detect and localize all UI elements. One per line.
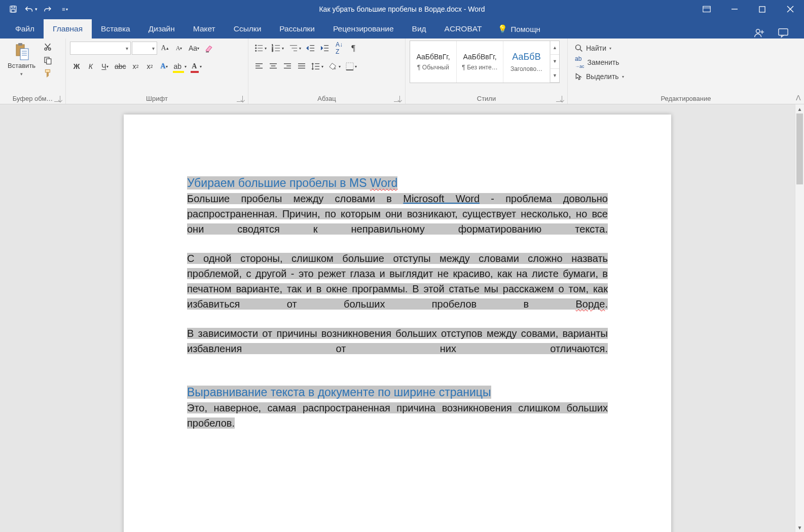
group-paragraph: ▾ 123▾ ▾ A↓Z ¶ ▾ ▾ ▾ Абзац: [248, 39, 406, 104]
svg-point-9: [756, 29, 760, 33]
italic-button[interactable]: К: [84, 60, 97, 73]
decrease-indent-button[interactable]: [304, 42, 317, 55]
tab-mailings[interactable]: Рассылки: [270, 19, 324, 39]
vertical-scrollbar[interactable]: ▲ ▼: [795, 104, 804, 532]
numbering-button[interactable]: 123▾: [270, 42, 286, 55]
change-case-button[interactable]: Aa ▾: [187, 42, 201, 55]
replace-button[interactable]: ab→acЗаменить: [572, 56, 627, 69]
tab-layout[interactable]: Макет: [184, 19, 225, 39]
maximize-button[interactable]: [748, 0, 776, 18]
superscript-button[interactable]: x2: [143, 60, 157, 73]
style-nospacing[interactable]: АаБбВвГг, ¶ Без инте…: [457, 41, 503, 83]
cut-button[interactable]: [41, 41, 54, 54]
window-controls: [692, 0, 804, 18]
quick-access-toolbar: ▾ ≡▾: [0, 2, 73, 17]
ribbon-display-button[interactable]: [692, 0, 720, 18]
styles-dialog-launcher[interactable]: [556, 96, 562, 102]
doc-heading2[interactable]: Выравнивание текста в документе по ширин…: [187, 385, 608, 400]
align-center-button[interactable]: [267, 60, 280, 73]
comments-icon[interactable]: [778, 28, 789, 38]
styles-down[interactable]: ▼: [550, 55, 559, 68]
style-heading1[interactable]: АаБбВ Заголово…: [503, 41, 550, 83]
page: Убираем большие пробелы в MS Word Больши…: [124, 115, 671, 532]
align-right-button[interactable]: [281, 60, 294, 73]
tab-design[interactable]: Дизайн: [139, 19, 184, 39]
doc-para1[interactable]: Большие пробелы между словами в Microsof…: [187, 191, 608, 237]
qat-customize[interactable]: ≡▾: [57, 2, 73, 17]
borders-button[interactable]: ▾: [344, 60, 359, 73]
tab-view[interactable]: Вид: [403, 19, 435, 39]
select-button[interactable]: Выделить ▾: [572, 70, 627, 83]
clipboard-dialog-launcher[interactable]: [54, 96, 60, 102]
group-styles: АаБбВвГг, ¶ Обычный АаБбВвГг, ¶ Без инте…: [406, 39, 568, 104]
shading-button[interactable]: ▾: [326, 60, 343, 73]
doc-para4[interactable]: Это, наверное, самая распространенная пр…: [187, 400, 608, 431]
underline-button[interactable]: Ч ▾: [98, 60, 112, 73]
minimize-button[interactable]: [720, 0, 748, 18]
bold-button[interactable]: Ж: [70, 60, 83, 73]
scroll-thumb[interactable]: [796, 113, 803, 184]
tab-file[interactable]: Файл: [6, 19, 44, 39]
tab-home[interactable]: Главная: [44, 19, 92, 39]
document-area[interactable]: Убираем большие пробелы в MS Word Больши…: [0, 104, 795, 532]
scroll-up[interactable]: ▲: [795, 104, 804, 113]
sort-button[interactable]: A↓Z: [333, 42, 346, 55]
align-left-button[interactable]: [252, 60, 266, 73]
subscript-button[interactable]: x2: [129, 60, 142, 73]
svg-rect-25: [46, 70, 50, 72]
styles-more[interactable]: ▼: [550, 69, 559, 83]
paste-button[interactable]: Вставить▾: [4, 41, 39, 80]
grow-font-button[interactable]: A▴: [158, 42, 171, 55]
font-size-combo[interactable]: ▾: [132, 42, 157, 55]
svg-rect-15: [20, 49, 28, 60]
strike-button[interactable]: abc: [113, 60, 128, 73]
doc-para2[interactable]: С одной стороны, слишком большие отступы…: [187, 251, 608, 312]
doc-para3[interactable]: В зависимости от причины возникновения б…: [187, 326, 608, 356]
find-button[interactable]: Найти ▾: [572, 42, 627, 55]
text-effects-button[interactable]: A ▾: [158, 60, 171, 73]
pilcrow-button[interactable]: ¶: [347, 42, 360, 55]
svg-rect-2: [11, 10, 15, 12]
svg-rect-1: [12, 6, 15, 8]
share-icon[interactable]: [753, 27, 764, 39]
svg-point-27: [255, 45, 257, 46]
font-dialog-launcher[interactable]: [237, 96, 243, 102]
tell-me[interactable]: 💡Помощн: [491, 19, 547, 39]
doc-heading1[interactable]: Убираем большие пробелы в MS Word: [187, 175, 608, 191]
clear-format-button[interactable]: [202, 42, 215, 55]
svg-rect-63: [346, 63, 353, 70]
group-editing: Найти ▾ ab→acЗаменить Выделить ▾ Редакти…: [568, 39, 804, 104]
highlight-button[interactable]: ab ▾: [172, 60, 189, 73]
tab-references[interactable]: Ссылки: [225, 19, 271, 39]
collapse-ribbon-button[interactable]: ᐱ: [796, 94, 801, 102]
line-spacing-button[interactable]: ▾: [309, 60, 325, 73]
copy-button[interactable]: [41, 54, 54, 67]
svg-rect-24: [47, 59, 51, 64]
increase-indent-button[interactable]: [318, 42, 332, 55]
tab-insert[interactable]: Вставка: [92, 19, 139, 39]
styles-up[interactable]: ▲: [550, 41, 559, 55]
bullets-button[interactable]: ▾: [252, 42, 269, 55]
shrink-font-button[interactable]: A▾: [172, 42, 186, 55]
tab-review[interactable]: Рецензирование: [324, 19, 403, 39]
redo-button[interactable]: [40, 2, 56, 17]
svg-line-66: [580, 49, 582, 51]
scroll-track[interactable]: [795, 113, 804, 523]
style-normal[interactable]: АаБбВвГг, ¶ Обычный: [410, 41, 457, 83]
save-button[interactable]: [5, 2, 21, 17]
undo-button[interactable]: ▾: [22, 2, 39, 17]
para-dialog-launcher[interactable]: [394, 96, 400, 102]
svg-point-29: [255, 50, 257, 51]
tab-acrobat[interactable]: ACROBAT: [435, 19, 491, 39]
multilevel-button[interactable]: ▾: [287, 42, 303, 55]
svg-point-65: [576, 45, 581, 50]
font-color-button[interactable]: A ▾: [190, 60, 204, 73]
format-painter-button[interactable]: [41, 67, 54, 80]
justify-button[interactable]: [295, 60, 308, 73]
group-font: ▾ ▾ A▴ A▾ Aa ▾ Ж К Ч ▾ abc x2 x2 A ▾ ab …: [66, 39, 248, 104]
svg-rect-3: [703, 6, 710, 12]
scroll-down[interactable]: ▼: [795, 523, 804, 532]
font-name-combo[interactable]: ▾: [70, 42, 131, 55]
ribbon: Вставить▾ Буфер обм… ▾ ▾ A▴ A▾ Aa ▾ Ж К: [0, 39, 804, 104]
close-button[interactable]: [776, 0, 804, 18]
